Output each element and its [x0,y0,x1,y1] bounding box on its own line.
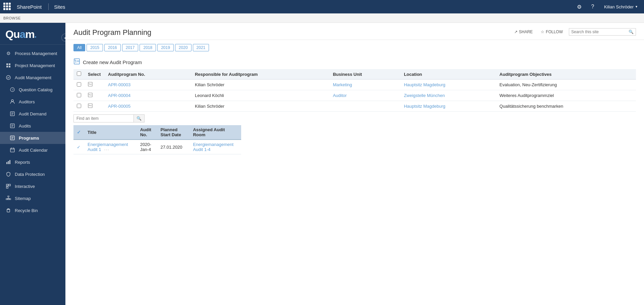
filter-tab-2020[interactable]: 2020 [175,44,192,51]
find-item-row: 🔍 [73,114,636,122]
sidebar-item-process-management[interactable]: ⚙ Process Management [0,47,65,59]
sidebar-item-label: Auditors [19,99,35,104]
sidebar-item-label: Reports [15,160,30,165]
sidebar-item-audits[interactable]: Audits [0,120,65,132]
user-menu[interactable]: Kilian Schröder ▼ [601,0,641,13]
prog-audit-no-cell: 2020-Jan-4 [137,140,157,154]
objectives-cell: Qualitätssicherung benchmarken [496,101,636,112]
sidebar-item-interactive[interactable]: Interactive [0,180,65,192]
filter-tab-2019[interactable]: 2019 [157,44,174,51]
audit-demand-icon [9,111,15,117]
sidebar-item-recycle-bin[interactable]: Recycle Bin [0,204,65,216]
section-content: Create new Audit Program Select Auditpro… [65,55,644,161]
location-cell: Hauptsitz Magdeburg [400,80,496,90]
business-unit-link[interactable]: Marketing [333,82,352,87]
audit-management-icon [5,74,11,81]
sidebar-item-audit-management[interactable]: Audit Management [0,71,65,84]
auditors-icon [9,99,15,105]
help-icon[interactable]: ? [588,2,597,11]
svg-rect-25 [8,161,9,164]
location-cell: Zweigstelle München [400,90,496,101]
prog-col-assigned-room: Assigned Audit Room [190,125,241,140]
row-expand-icon[interactable] [88,104,93,109]
sidebar-item-auditors[interactable]: Auditors [0,96,65,108]
row-checkbox[interactable] [77,104,81,108]
programs-table-row: ✓ Energiemanagement Audit 1 ··· 2020-Jan… [73,140,241,154]
search-site-icon[interactable]: 🔍 [629,30,634,34]
filter-tab-2018[interactable]: 2018 [140,44,156,51]
row-checkbox-cell [73,101,85,112]
user-name: Kilian Schröder [604,4,634,9]
svg-point-7 [11,100,13,102]
auditprogram-no-link[interactable]: APR-00003 [108,82,130,87]
filter-tab-2015[interactable]: 2015 [87,44,103,51]
prog-assigned-room-cell: Energiemanagement Audit 1-4 [190,140,241,154]
select-all-checkbox[interactable] [77,71,81,76]
sidebar-item-reports[interactable]: Reports [0,156,65,168]
auditprogram-no-link[interactable]: APR-00004 [108,93,130,98]
sidebar-item-programs[interactable]: Programs [0,132,65,144]
filter-tab-all[interactable]: All [73,44,85,51]
sidebar-logo: Quam● [0,23,65,45]
audit-calendar-icon [9,147,15,153]
create-new-icon [73,58,80,66]
prog-row-menu-button[interactable]: ··· [104,148,109,152]
programs-icon [9,135,15,141]
row-expand-icon[interactable] [88,93,93,98]
question-catalog-icon: ? [9,87,15,93]
search-site-input[interactable] [571,30,629,34]
svg-rect-3 [9,66,10,67]
auditprogram-no-cell: APR-00003 [105,80,192,90]
share-icon: ↗ [514,30,518,34]
sidebar-item-sitemap[interactable]: Sitemap [0,192,65,204]
sidebar-item-label: Process Management [15,51,57,56]
row-checkbox[interactable] [77,82,81,87]
sidebar-item-data-protection[interactable]: Data Protection [0,168,65,180]
filter-tab-2021[interactable]: 2021 [193,44,209,51]
header-actions: ↗ SHARE ☆ FOLLOW 🔍 [512,28,636,36]
top-bar: SharePoint Sites ⚙ ? Kilian Schröder ▼ [0,0,644,13]
reports-icon [5,159,11,165]
create-new-label: Create new Audit Program [83,59,142,65]
sidebar-item-project-management[interactable]: Project Management [0,59,65,71]
row-expand-icon[interactable] [88,82,93,88]
prog-assigned-room-link[interactable]: Energiemanagement Audit 1-4 [193,142,233,152]
location-link[interactable]: Zweigstelle München [404,93,445,98]
row-checkbox[interactable] [77,93,81,97]
audits-icon [9,123,15,129]
filter-tab-2017[interactable]: 2017 [122,44,139,51]
sidebar-item-question-catalog[interactable]: ? Question Catalog [0,84,65,96]
browse-bar: BROWSE [0,13,644,23]
share-button[interactable]: ↗ SHARE [512,29,535,35]
process-management-icon: ⚙ [5,50,11,56]
auditprogram-no-link[interactable]: APR-00005 [108,104,130,109]
location-link[interactable]: Hauptsitz Magdeburg [404,104,445,109]
data-protection-icon [5,171,11,177]
prog-col-planned-start: Planned Start Date [157,125,190,140]
objectives-cell: Weiteres Auditprogrammziel [496,90,636,101]
svg-rect-30 [8,196,9,197]
sidebar-item-audit-demand[interactable]: Audit Demand [0,108,65,120]
settings-icon[interactable]: ⚙ [575,2,584,11]
table-row: APR-00004 Leonard Köchli Auditor Zweigst… [73,90,636,101]
svg-rect-2 [6,66,8,67]
col-responsible: Responsible for Auditprogram [192,69,329,80]
filter-tab-2016[interactable]: 2016 [104,44,121,51]
location-link[interactable]: Hauptsitz Magdeburg [404,82,445,87]
main-layout: Quam● ◀ ⚙ Process Management Project Man… [0,23,644,305]
sidebar-item-label: Audit Calendar [19,148,48,153]
svg-line-49 [89,105,90,106]
sidebar-item-audit-calendar[interactable]: Audit Calendar [0,144,65,156]
row-icon-cell [85,80,105,90]
year-filter-tabs: All 2015 2016 2017 2018 2019 2020 2021 [65,40,644,55]
business-unit-link[interactable]: Auditor [333,93,346,98]
find-item-button[interactable]: 🔍 [134,114,145,122]
prog-planned-start-cell: 27.01.2020 [157,140,190,154]
business-unit-cell [329,101,400,112]
waffle-menu-icon[interactable] [3,3,11,11]
row-checkbox-cell [73,90,85,101]
create-new-audit-program-row[interactable]: Create new Audit Program [73,55,636,69]
find-item-input[interactable] [73,114,134,122]
sitemap-icon [5,195,11,201]
follow-button[interactable]: ☆ FOLLOW [539,29,565,35]
